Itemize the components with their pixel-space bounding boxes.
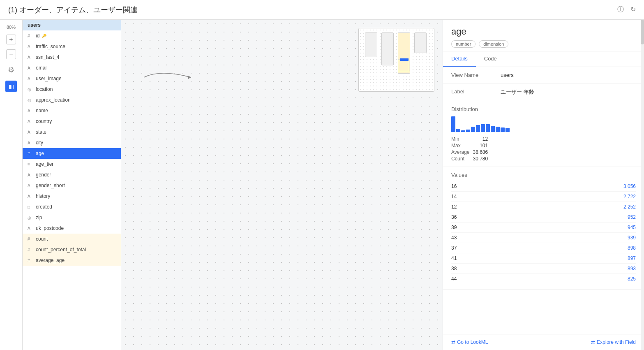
values-val-39: 945	[628, 225, 636, 230]
values-row-38: 38893	[451, 264, 636, 274]
dist-bar-8	[491, 126, 495, 132]
zoom-level: 80%	[7, 25, 16, 30]
field-item-age[interactable]: #age	[23, 148, 121, 159]
field-label-count_percent_of_total: count_percent_of_total	[36, 247, 86, 253]
field-item-gender[interactable]: Agender	[23, 169, 121, 180]
header-icons: ⓘ ↻	[617, 5, 636, 14]
values-key-44: 44	[451, 276, 457, 282]
values-val-38: 893	[628, 266, 636, 271]
field-item-count_percent_of_total[interactable]: #count_percent_of_total	[23, 244, 121, 255]
field-item-created[interactable]: □created	[23, 202, 121, 212]
field-label-average_age: average_age	[36, 257, 65, 263]
field-item-ssn_last_4[interactable]: Assn_last_4	[23, 52, 121, 63]
values-key-37: 37	[451, 245, 457, 251]
field-label-gender: gender	[36, 172, 51, 178]
field-list: #id🔑Atraffic_sourceAssn_last_4AemailAuse…	[23, 30, 121, 266]
avg-label: Average	[451, 149, 469, 155]
field-item-email[interactable]: Aemail	[23, 63, 121, 73]
nav-button[interactable]: ◧	[5, 81, 17, 92]
field-item-id[interactable]: #id🔑	[23, 30, 121, 41]
app-header: (1) オーダー、アイテム、ユーザー関連 ⓘ ↻	[0, 0, 644, 20]
field-item-history[interactable]: Ahistory	[23, 191, 121, 202]
distribution-row: Distribution Min 12 Max 101 Average 38.6…	[443, 101, 644, 167]
zoom-in-button[interactable]: +	[6, 35, 16, 44]
field-type-icon-email: A	[28, 66, 33, 70]
field-item-count[interactable]: #count	[23, 234, 121, 244]
field-label-email: email	[36, 65, 48, 71]
field-item-state[interactable]: Astate	[23, 127, 121, 137]
field-label-id: id	[36, 33, 39, 39]
dist-bar-2	[461, 130, 465, 132]
field-item-zip[interactable]: ◎zip	[23, 212, 121, 223]
values-row-14: 142,722	[451, 192, 636, 202]
tab-code[interactable]: Code	[476, 51, 505, 67]
info-icon[interactable]: ⓘ	[617, 5, 624, 14]
svg-marker-0	[188, 76, 191, 79]
field-item-city[interactable]: Acity	[23, 137, 121, 148]
field-item-gender_short[interactable]: Agender_short	[23, 180, 121, 191]
field-details-content: View Name users Label ユーザー 年齢 Distributi…	[443, 67, 644, 334]
values-val-16: 3,056	[623, 183, 636, 189]
field-label-user_image: user_image	[36, 76, 62, 81]
values-row-37: 37898	[451, 243, 636, 253]
values-row-43: 43939	[451, 233, 636, 243]
values-val-37: 898	[628, 245, 636, 251]
field-item-approx_location[interactable]: ◎approx_location	[23, 95, 121, 105]
dist-bar-10	[501, 127, 505, 132]
values-key-43: 43	[451, 235, 457, 241]
field-label-traffic_source: traffic_source	[36, 44, 65, 49]
field-label-name: name	[36, 108, 48, 114]
field-item-name[interactable]: Aname	[23, 105, 121, 116]
field-type-icon-city: A	[28, 141, 33, 145]
field-label-approx_location: approx_location	[36, 97, 71, 103]
values-key-36: 36	[451, 214, 457, 220]
tab-details[interactable]: Details	[443, 51, 476, 67]
field-header: age number dimension	[443, 20, 644, 51]
field-item-age_tier[interactable]: ≡age_tier	[23, 159, 121, 169]
view-name-row: View Name users	[443, 67, 644, 83]
dist-bar-0	[451, 116, 455, 132]
values-val-36: 952	[628, 214, 636, 220]
field-item-location[interactable]: ◎location	[23, 84, 121, 95]
count-label: Count	[451, 156, 469, 162]
field-label-history: history	[36, 193, 50, 199]
zoom-out-button[interactable]: −	[6, 49, 16, 59]
field-item-uk_postcode[interactable]: Auk_postcode	[23, 223, 121, 234]
explore-with-field-link[interactable]: ⇄ Explore with Field	[591, 339, 636, 345]
scroll-thumb[interactable]	[641, 20, 644, 44]
values-key-14: 14	[451, 194, 457, 199]
canvas-area[interactable]	[121, 20, 443, 350]
values-row-12: 122,252	[451, 202, 636, 212]
field-label-count: count	[36, 236, 48, 242]
settings-button[interactable]: ⚙	[5, 64, 17, 76]
go-to-lookml-link[interactable]: ⇄ Go to LookML	[451, 339, 488, 345]
minimap-table-1	[365, 32, 377, 57]
field-tabs: Details Code	[443, 51, 644, 67]
field-item-user_image[interactable]: Auser_image	[23, 73, 121, 84]
field-item-average_age[interactable]: #average_age	[23, 255, 121, 266]
refresh-icon[interactable]: ↻	[630, 5, 636, 14]
minimap-table-4	[414, 32, 427, 53]
field-footer: ⇄ Go to LookML ⇄ Explore with Field	[443, 334, 644, 350]
values-key-41: 41	[451, 255, 457, 261]
field-type-icon-ssn_last_4: A	[28, 55, 33, 60]
field-type-icon-traffic_source: A	[28, 44, 33, 49]
minimap	[358, 28, 434, 92]
field-item-country[interactable]: Acountry	[23, 116, 121, 127]
dist-bar-1	[456, 129, 460, 132]
field-type-icon-gender_short: A	[28, 183, 33, 188]
field-item-traffic_source[interactable]: Atraffic_source	[23, 41, 121, 52]
field-type-icon-uk_postcode: A	[28, 226, 33, 231]
values-row-44: 44825	[451, 274, 636, 284]
minimap-table-2	[381, 32, 394, 65]
field-label-gender_short: gender_short	[36, 183, 65, 188]
field-type-icon-age: #	[28, 151, 33, 156]
values-label: Values	[451, 172, 501, 178]
page-title: (1) オーダー、アイテム、ユーザー関連	[8, 5, 138, 15]
field-type-icon-id: #	[28, 34, 33, 38]
values-val-41: 897	[628, 255, 636, 261]
view-name-label: View Name	[451, 72, 501, 78]
field-type-icon-user_image: A	[28, 76, 33, 81]
connector-arrow	[144, 69, 191, 86]
min-value: 12	[473, 136, 488, 142]
